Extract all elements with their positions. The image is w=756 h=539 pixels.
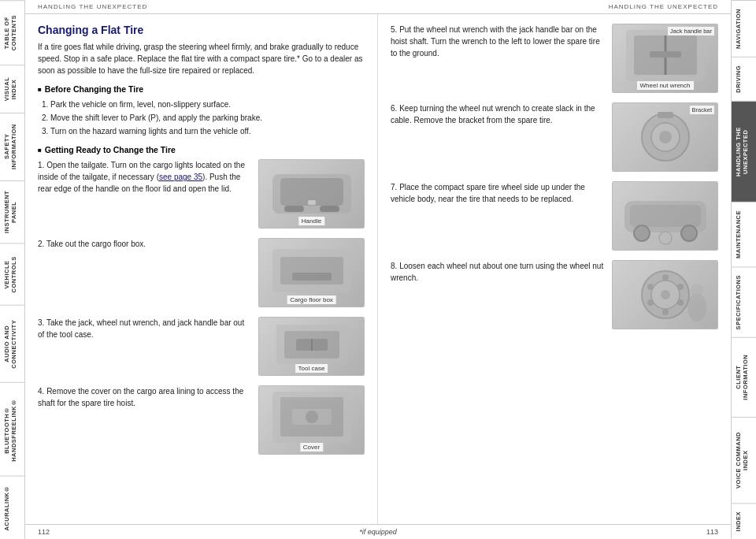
svg-point-31 (661, 290, 670, 299)
step-7-text: 7. Place the compact spare tire wheel si… (391, 181, 606, 205)
step-1-image: Handle (258, 159, 365, 229)
sidebar-tab-audio[interactable]: AUDIO AND CONNECTIVITY (0, 305, 24, 382)
page-footer: 112 *if equipped 113 (25, 524, 731, 539)
right-page: 5. Put the wheel nut wrench with the jac… (378, 14, 731, 524)
step-4-label: Cover (300, 443, 323, 452)
step-8-num: 8. (391, 262, 399, 270)
section2-header: Getting Ready to Change the Tire (38, 145, 365, 154)
step-6-text: 6. Keep turning the wheel nut wrench to … (391, 102, 606, 126)
step-3-row: 3. Take the jack, wheel nut wrench, and … (38, 317, 365, 376)
step-3-num: 3. (38, 318, 46, 327)
svg-point-15 (306, 411, 318, 423)
list-item: Park the vehicle on firm, level, non-sli… (50, 99, 365, 110)
step-5-label-bottom: Wheel nut wrench (636, 81, 693, 90)
sidebar-tab-bluetooth[interactable]: BLUETOOTH® HANDSFREELINK® (0, 382, 24, 477)
svg-rect-7 (292, 273, 332, 281)
step-2-text: 2. Take out the cargo floor box. (38, 238, 252, 250)
left-page-number: 112 (38, 528, 50, 536)
header-right: HANDLING THE UNEXPECTED (609, 3, 718, 10)
sidebar-tab-toc[interactable]: TABLE OF CONTENTS (0, 0, 24, 65)
sidebar-tab-visual-index[interactable]: VISUAL INDEX (0, 65, 24, 113)
svg-point-27 (681, 225, 697, 241)
section1-header: Before Changing the Tire (38, 84, 365, 94)
svg-point-39 (691, 284, 703, 296)
svg-rect-2 (284, 206, 304, 212)
svg-rect-19 (650, 51, 681, 58)
step-1-label: Handle (298, 217, 324, 225)
sidebar-tab-client[interactable]: CLIENT INFORMATION (732, 337, 756, 417)
sidebar-tab-safety[interactable]: SAFETY INFORMATION (0, 113, 24, 180)
svg-point-26 (634, 225, 650, 241)
svg-point-38 (687, 293, 706, 322)
step-6-image: Bracket (612, 102, 718, 172)
step-6-num: 6. (391, 104, 399, 113)
svg-point-37 (647, 284, 654, 290)
footnote: *if equipped (359, 528, 397, 536)
content-body: Changing a Flat Tire If a tire goes flat… (25, 14, 731, 524)
svg-point-33 (677, 284, 684, 290)
sidebar-tab-maintenance[interactable]: MAINTENANCE (732, 202, 756, 266)
step-7-num: 7. (391, 183, 399, 191)
step-2-image: Cargo floor box (258, 238, 365, 307)
svg-point-22 (659, 131, 672, 143)
left-sidebar: TABLE OF CONTENTS VISUAL INDEX SAFETY IN… (0, 0, 25, 539)
sidebar-tab-vehicle[interactable]: VEHICLE CONTROLS (0, 243, 24, 305)
svg-rect-3 (320, 206, 339, 212)
list-item: Move the shift lever to Park (P), and ap… (50, 112, 365, 124)
step-1-row: 1. Open the tailgate. Turn on the cargo … (38, 159, 365, 229)
step-7-illustration (613, 182, 717, 250)
svg-point-36 (647, 299, 654, 306)
step-4-num: 4. (38, 387, 46, 396)
svg-point-34 (677, 299, 684, 306)
header-left: HANDLING THE UNEXPECTED (38, 3, 147, 10)
step-5-num: 5. (391, 25, 399, 34)
step-5-label-top: Jack handle bar (668, 27, 714, 35)
sidebar-tab-specifications[interactable]: SPECIFICATIONS (732, 266, 756, 337)
step-8-illustration (613, 261, 717, 329)
step-8-text: 8. Loosen each wheel nut about one turn … (391, 260, 606, 284)
step-4-text: 4. Remove the cover on the cargo area li… (38, 385, 252, 409)
right-page-number: 113 (706, 528, 718, 536)
right-sidebar: NAVIGATION DRIVING HANDLING THE UNEXPECT… (731, 0, 756, 539)
section1-list: Park the vehicle on firm, level, non-sli… (38, 99, 365, 137)
svg-point-28 (659, 232, 672, 244)
left-page: Changing a Flat Tire If a tire goes flat… (25, 14, 378, 524)
step-3-label: Tool case (295, 364, 328, 373)
step-1-text: 1. Open the tailgate. Turn on the cargo … (38, 159, 252, 195)
page-header: HANDLING THE UNEXPECTED HANDLING THE UNE… (25, 0, 731, 14)
sidebar-tab-acuralink[interactable]: ACURALINK® (0, 476, 24, 539)
step-5-image: Jack handle bar Wheel nut wrench (612, 24, 718, 93)
step-2-label: Cargo floor box (287, 296, 336, 304)
sidebar-tab-navigation[interactable]: NAVIGATION (732, 0, 756, 57)
step-4-image: Cover (258, 385, 365, 455)
svg-point-32 (662, 274, 669, 281)
step-6-label: Bracket (690, 106, 714, 114)
svg-point-35 (662, 309, 669, 315)
step-7-row: 7. Place the compact spare tire wheel si… (391, 181, 718, 251)
step-8-image (612, 260, 718, 329)
sidebar-tab-driving[interactable]: DRIVING (732, 57, 756, 101)
step-3-image: Tool case (258, 317, 365, 376)
step-4-row: 4. Remove the cover on the cargo area li… (38, 385, 365, 455)
list-item: Turn on the hazard warning lights and tu… (50, 125, 365, 137)
step-2-row: 2. Take out the cargo floor box. Cargo f… (38, 238, 365, 307)
sidebar-tab-instrument[interactable]: INSTRUMENT PANEL (0, 180, 24, 243)
sidebar-tab-handling[interactable]: HANDLING THE UNEXPECTED (732, 101, 756, 202)
step-3-text: 3. Take the jack, wheel nut wrench, and … (38, 317, 252, 340)
step-2-num: 2. (38, 240, 46, 248)
main-content: HANDLING THE UNEXPECTED HANDLING THE UNE… (25, 0, 731, 539)
intro-text: If a tire goes flat while driving, grasp… (38, 41, 365, 76)
svg-rect-4 (308, 200, 316, 205)
step-5-row: 5. Put the wheel nut wrench with the jac… (391, 24, 718, 93)
page-title: Changing a Flat Tire (38, 24, 365, 36)
step-7-image (612, 181, 718, 251)
step-8-row: 8. Loosen each wheel nut about one turn … (391, 260, 718, 329)
svg-rect-23 (658, 112, 673, 118)
step-5-text: 5. Put the wheel nut wrench with the jac… (391, 24, 606, 59)
sidebar-tab-index[interactable]: INDEX (732, 503, 756, 539)
sidebar-tab-voice[interactable]: VOICE COMMAND INDEX (732, 417, 756, 503)
step-1-num: 1. (38, 161, 46, 169)
inline-link-page35[interactable]: see page 35 (159, 173, 202, 181)
svg-rect-25 (630, 205, 701, 227)
step-6-row: 6. Keep turning the wheel nut wrench to … (391, 102, 718, 172)
